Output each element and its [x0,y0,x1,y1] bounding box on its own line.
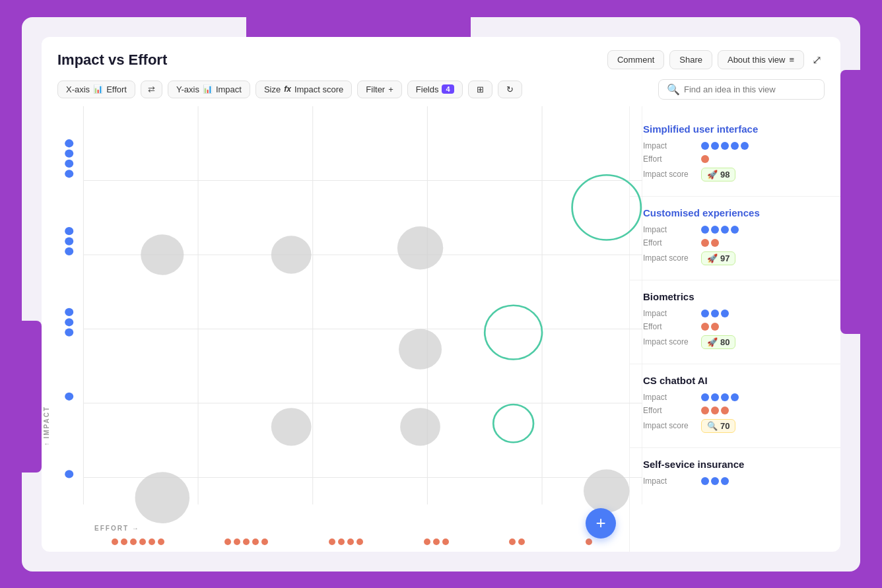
svg-point-22 [65,470,73,478]
svg-point-14 [65,170,73,178]
feature-effort-row-1: Effort [643,154,827,164]
effort-dots-4 [701,407,729,414]
add-button[interactable]: + [586,508,616,539]
yaxis-label: Y-axis [176,84,199,94]
xaxis-value: Effort [106,84,127,94]
bar-chart-icon: 📊 [93,84,103,94]
menu-lines-icon: ≡ [789,55,794,65]
svg-point-30 [584,469,629,512]
impact-dots-4 [701,393,739,401]
feature-effort-row-3: Effort [643,322,827,331]
feature-card-3[interactable]: Biometrics Impact Effort [630,280,840,364]
content-area: ↑ IMPACT EFFORT → [42,106,840,552]
size-label: Size [264,84,281,94]
feature-impact-row-1: Impact [643,141,827,150]
effort-group-1 [112,539,164,545]
svg-point-32 [485,305,542,359]
fields-label: Fields [416,84,439,94]
x-axis-label: EFFORT → [94,525,140,532]
svg-point-23 [141,234,184,275]
grid-icon: ⊞ [477,84,484,94]
header-actions: Comment Share About this view ≡ ⤢ [607,50,825,70]
svg-point-29 [135,472,189,523]
swap-button[interactable]: ⇄ [141,81,162,98]
search-icon: 🔍 [667,83,680,96]
feature-effort-row-4: Effort [643,406,827,415]
size-button[interactable]: Size fx Impact score [255,81,352,98]
svg-point-26 [399,329,442,369]
search-bar[interactable]: 🔍 [658,79,825,100]
feature-title-1: Simplified user interface [643,123,827,135]
svg-point-33 [493,405,533,442]
xaxis-button[interactable]: X-axis 📊 Effort [57,81,135,98]
feature-impact-row-5: Impact [643,476,827,486]
svg-point-16 [65,237,73,245]
feature-title-3: Biometrics [643,291,827,302]
score-badge-3: 🚀 80 [701,335,735,349]
score-badge-4: 🔍 70 [701,419,735,433]
toolbar: X-axis 📊 Effort ⇄ Y-axis 📊 Impact Size f… [42,70,840,106]
scatter-chart: ↑ IMPACT EFFORT → [42,106,629,552]
feature-card-5[interactable]: Self-sevice insurance Impact [630,448,840,500]
feature-impact-row-2: Impact [643,225,827,234]
feature-title-2: Customised experiences [643,207,827,218]
feature-score-row-1: Impact score 🚀 98 [643,168,827,181]
svg-point-25 [397,226,443,269]
sort-icon: ↻ [506,84,514,94]
effort-group-3 [329,539,363,545]
expand-button[interactable]: ⤢ [809,50,825,70]
feature-title-4: CS chatbot AI [643,375,827,386]
effort-dots-3 [701,323,719,331]
xaxis-label: X-axis [66,84,90,94]
feature-score-row-3: Impact score 🚀 80 [643,335,827,349]
comment-button[interactable]: Comment [607,50,664,69]
filter-label: Filter [366,84,385,94]
feature-card-2[interactable]: Customised experiences Impact Effort [630,197,840,280]
share-button[interactable]: Share [669,50,712,69]
svg-point-19 [65,318,73,326]
svg-point-21 [65,392,73,400]
fx-icon: fx [284,84,291,94]
feature-card-4[interactable]: CS chatbot AI Impact Effort [630,364,840,448]
size-value: Impact score [294,84,343,94]
svg-point-27 [271,408,312,445]
effort-group-4 [424,539,449,545]
page-header: Impact vs Effort Comment Share About thi… [42,37,840,70]
svg-point-24 [271,236,312,273]
feature-effort-row-2: Effort [643,238,827,247]
fields-badge: 4 [442,84,454,94]
svg-point-17 [65,247,73,255]
yaxis-button[interactable]: Y-axis 📊 Impact [168,81,250,98]
feature-score-row-2: Impact score 🚀 97 [643,251,827,265]
effort-group-5 [509,539,525,545]
feature-card-1[interactable]: Simplified user interface Impact Effort [630,113,840,197]
score-badge-2: 🚀 97 [701,251,735,265]
effort-group-6 [586,539,592,545]
page-title: Impact vs Effort [57,51,167,69]
effort-group-2 [224,539,268,545]
impact-dots-3 [701,310,729,317]
about-view-button[interactable]: About this view ≡ [718,50,804,69]
search-input[interactable] [684,84,816,94]
svg-point-31 [572,175,641,240]
feature-score-row-4: Impact score 🔍 70 [643,419,827,433]
right-panel: Simplified user interface Impact Effort [629,106,840,552]
effort-dots-2 [701,239,719,247]
effort-dots-1 [701,155,709,163]
impact-dots-2 [701,226,739,234]
feature-impact-row-4: Impact [643,393,827,402]
sort-button[interactable]: ↻ [498,81,522,98]
svg-point-20 [65,328,73,336]
bar-chart-icon-y: 📊 [203,84,213,94]
fields-button[interactable]: Fields 4 [407,81,463,98]
svg-point-28 [400,408,440,445]
grid-options-button[interactable]: ⊞ [468,81,492,98]
svg-point-12 [65,149,73,157]
filter-button[interactable]: Filter + [357,81,401,98]
yaxis-value: Impact [216,84,242,94]
svg-point-11 [65,139,73,147]
x-axis-dots [81,539,623,545]
feature-impact-row-3: Impact [643,309,827,318]
impact-dots-5 [701,477,729,485]
svg-point-15 [65,227,73,235]
